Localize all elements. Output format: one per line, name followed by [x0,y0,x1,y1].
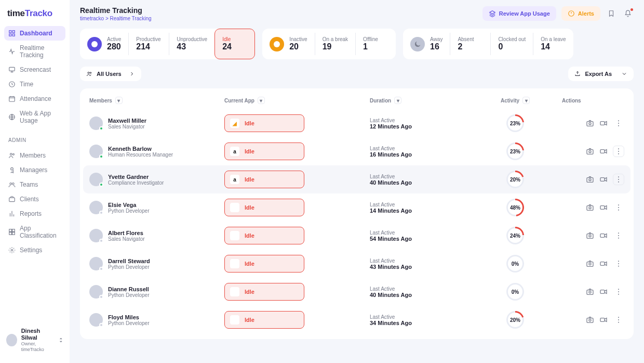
table-row[interactable]: Maxwell MillerSales Navigator ◢ Idle Las… [80,109,634,137]
svg-point-65 [618,294,619,295]
table-row[interactable]: Floyd MilesPython Developer Idle Last Ac… [80,306,634,334]
video-icon[interactable] [599,203,608,212]
table-row[interactable]: Darrell StewardPython Developer Idle Las… [80,250,634,278]
nav-clients[interactable]: Clients [4,192,65,206]
svg-point-63 [618,289,619,290]
stat-on-a-leave[interactable]: On a leave14 [533,33,573,55]
alert-icon [568,10,575,17]
table-row[interactable]: Dianne RussellPython Developer Idle Last… [80,278,634,306]
review-app-usage-button[interactable]: Review App Usage [482,6,556,21]
more-button[interactable] [613,174,624,185]
nav-members[interactable]: Members [4,148,65,163]
more-button[interactable] [613,314,624,326]
screenshot-icon[interactable] [586,203,594,212]
nav-managers[interactable]: Managers [4,163,65,177]
check-icon [87,37,102,51]
nav-settings[interactable]: Settings [4,243,65,257]
stat-away[interactable]: Away16 [403,33,450,55]
last-active-label: Last Active [370,118,468,123]
video-icon[interactable] [599,316,608,324]
svg-point-45 [618,204,619,205]
stat-on-a-break[interactable]: On a break19 [315,33,355,55]
screenshot-icon[interactable] [586,231,594,240]
video-icon[interactable] [599,119,608,127]
table-row[interactable]: Kenneth BarlowHuman Resources Manager a … [80,137,634,165]
video-icon[interactable] [599,288,608,296]
video-icon[interactable] [599,231,608,240]
current-app-pill[interactable]: ◢ Idle [224,114,304,132]
video-icon[interactable] [599,147,608,155]
screenshot-icon[interactable] [586,175,594,184]
stat-unproductive[interactable]: Unproductive43 [169,33,214,55]
more-button[interactable] [613,118,624,129]
stat-absent[interactable]: Absent2 [450,33,490,55]
avatar [89,313,103,327]
nav-dashboard[interactable]: Dashboard [4,26,65,41]
bookmark-button[interactable] [606,8,617,19]
breadcrumb[interactable]: timetracko > Realtime Tracking [80,16,152,21]
stat-inactive[interactable]: Inactive20 [262,33,314,55]
svg-rect-17 [12,232,15,235]
nav-web-app-usage[interactable]: Web & App Usage [4,106,65,128]
export-button[interactable]: Export As [568,67,634,81]
gear-icon [8,247,16,254]
activity-ring: 20% [506,311,524,329]
screenshot-icon[interactable] [586,147,594,155]
table-row[interactable]: Yvette GardnerCompliance Investigator a … [83,165,630,193]
users-icon [86,71,92,77]
table-row[interactable]: Elsie VegaPython Developer Idle Last Act… [80,193,634,222]
current-app-pill[interactable]: Idle [224,283,304,301]
svg-point-46 [618,207,619,208]
member-name: Floyd Miles [108,314,150,320]
more-button[interactable] [613,230,624,241]
video-icon[interactable] [599,175,608,184]
col-duration[interactable]: Duration▾ [370,97,468,104]
current-app-pill[interactable]: Idle [224,199,304,216]
stat-idle[interactable]: Idle24 [214,29,255,59]
nav-teams[interactable]: Teams [4,177,65,192]
avatar [89,285,103,299]
users-icon [8,152,16,159]
col-current-app[interactable]: Current App▾ [224,97,370,104]
nav-screencast[interactable]: Screencast [4,62,65,77]
nav-app-classification[interactable]: App Classification [4,221,65,243]
nav-reports[interactable]: Reports [4,206,65,221]
current-app-pill[interactable]: Idle [224,255,304,273]
video-icon[interactable] [599,260,608,268]
notifications-button[interactable] [622,8,634,19]
col-members[interactable]: Members▾ [89,97,224,104]
nav-time[interactable]: Time [4,77,65,92]
screenshot-icon[interactable] [586,316,594,324]
screenshot-icon[interactable] [586,260,594,268]
member-role: Human Resources Manager [108,152,173,158]
notification-dot [630,8,633,11]
svg-point-49 [589,235,591,237]
status-dot [99,211,103,215]
avatar [89,116,103,130]
current-app-pill[interactable]: a Idle [224,142,304,160]
col-activity[interactable]: Activity▾ [468,97,562,104]
current-app-pill[interactable]: Idle [224,227,304,244]
stat-productive[interactable]: Productive214 [128,33,169,55]
app-icon [230,287,239,296]
stat-clocked-out[interactable]: Clocked out0 [490,33,533,55]
filter-all-users[interactable]: All Users [80,67,141,81]
more-button[interactable] [613,286,624,297]
current-app-pill[interactable]: a Idle [224,171,304,188]
svg-point-55 [589,263,591,265]
more-button[interactable] [613,146,624,157]
more-button[interactable] [613,258,624,269]
nav-attendance[interactable]: Attendance [4,92,65,106]
screenshot-icon[interactable] [586,288,594,296]
current-app-pill[interactable]: Idle [224,311,304,329]
stat-active[interactable]: Active280 [80,33,128,55]
current-user-card[interactable]: Dinesh Silwal Owner, timeTracko [4,323,65,357]
svg-rect-2 [9,34,11,36]
alerts-button[interactable]: Alerts [561,6,600,21]
screenshot-icon[interactable] [586,119,594,127]
nav-realtime-tracking[interactable]: Realtime Tracking [4,41,65,62]
stat-offline[interactable]: Offline1 [355,33,396,55]
status-dot [99,183,103,187]
more-button[interactable] [613,202,624,213]
table-row[interactable]: Albert FloresSales Navigator Idle Last A… [80,222,634,250]
